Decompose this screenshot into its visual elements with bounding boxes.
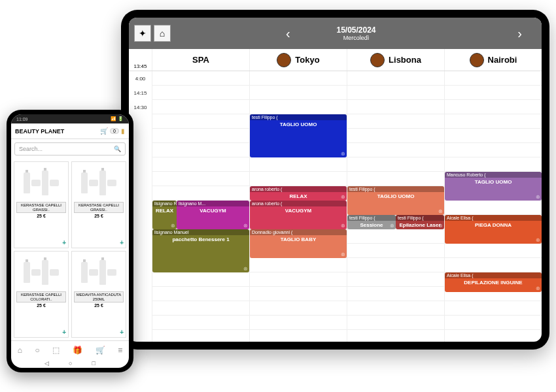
appointment[interactable]: lisignano Manuelpacchetto Benessere 1⊗ bbox=[152, 229, 249, 272]
close-icon[interactable]: ⊗ bbox=[536, 237, 540, 243]
nav-menu-icon[interactable]: ≡ bbox=[118, 346, 122, 355]
time-header: 13:45 bbox=[129, 49, 152, 71]
staff-col-lisbona[interactable]: Lisbona bbox=[347, 49, 444, 71]
appointment-title: VACUGYM bbox=[177, 206, 249, 215]
sys-home[interactable]: ○ bbox=[69, 360, 72, 367]
appointment[interactable]: lisignano M...VACUGYM⊗ bbox=[177, 201, 249, 229]
close-icon[interactable]: ⊗ bbox=[341, 194, 345, 200]
search-icon: 🔍 bbox=[114, 146, 121, 152]
product-card[interactable]: KERASTASE CAPELLI GRASSI..25 €+ bbox=[14, 161, 69, 248]
appointment[interactable]: testi Filippo (Epilazione Laser⊗ bbox=[396, 215, 444, 229]
nav-home-icon[interactable]: ⌂ bbox=[18, 346, 22, 355]
staff-col-nairobi[interactable]: Nairobi bbox=[444, 49, 542, 71]
close-icon[interactable]: ⊗ bbox=[438, 208, 443, 214]
close-icon[interactable]: ⊗ bbox=[341, 252, 345, 257]
phone-status-bar: 11:09 📶 🔋 bbox=[11, 114, 129, 123]
close-icon[interactable]: ⊗ bbox=[341, 151, 345, 157]
staff-col-spa[interactable]: SPA bbox=[152, 49, 249, 71]
appointment-client: testi Filippo ( bbox=[347, 215, 396, 221]
appointment-title: Epilazione Laser bbox=[396, 221, 444, 229]
grid-column[interactable]: testi Filippo (TAGLIO UOMO⊗testi Filippo… bbox=[347, 71, 444, 342]
appointment[interactable]: arona roberto (VACUGYM⊗ bbox=[250, 201, 347, 229]
cart-count: 0 bbox=[110, 128, 119, 134]
calendar-staff-header: 13:45 SPA Tokyo Lisbona Nairobi bbox=[129, 49, 542, 71]
app-icon-2[interactable]: ⌂ bbox=[154, 25, 171, 42]
appointment[interactable]: Donnadio giovanni (TAGLIO BABY⊗ bbox=[250, 229, 347, 258]
nav-shop-icon[interactable]: ⬚ bbox=[52, 346, 60, 355]
close-icon[interactable]: ⊗ bbox=[536, 194, 540, 200]
close-icon[interactable]: ⊗ bbox=[390, 223, 394, 229]
product-card[interactable]: KERASTASE CAPELLI COLORATI..25 €+ bbox=[14, 251, 69, 338]
date-display[interactable]: 15/05/2024 Mercoledì bbox=[171, 25, 542, 41]
grid-column[interactable]: lisignano R...RELAX⊗lisignano M...VACUGY… bbox=[152, 71, 249, 342]
appointment-client: lisignano Manuel bbox=[152, 229, 249, 235]
current-date: 15/05/2024 bbox=[336, 25, 375, 35]
add-to-cart-icon[interactable]: + bbox=[120, 329, 124, 336]
app-icon-1[interactable]: ✦ bbox=[134, 25, 151, 42]
grid-column[interactable]: testi Filippo (TAGLIO UOMO⊗arona roberto… bbox=[249, 71, 347, 342]
phone-app-header: BEAUTY PLANET 🛒 0 ▮ bbox=[11, 123, 129, 139]
time-label: 14:30 bbox=[129, 100, 152, 114]
phone-system-nav: ◁ ○ □ bbox=[11, 359, 129, 368]
appointment[interactable]: Aicale Elisa (DEPILAZIONE INGUINE⊗ bbox=[445, 272, 542, 292]
nav-gift-icon[interactable]: 🎁 bbox=[73, 346, 82, 355]
avatar-icon bbox=[370, 53, 385, 67]
avatar-icon bbox=[470, 53, 484, 67]
close-icon[interactable]: ⊗ bbox=[536, 286, 540, 291]
appointment-title: pacchetto Benessere 1 bbox=[152, 235, 249, 244]
add-to-cart-icon[interactable]: + bbox=[62, 329, 66, 336]
appointment-client: arona roberto ( bbox=[250, 186, 347, 192]
sys-back[interactable]: ◁ bbox=[44, 360, 49, 367]
appointment-client: Donnadio giovanni ( bbox=[250, 229, 347, 235]
appointment-title: DEPILAZIONE INGUINE bbox=[445, 278, 542, 287]
close-icon[interactable]: ⊗ bbox=[341, 223, 345, 229]
add-to-cart-icon[interactable]: + bbox=[120, 239, 124, 246]
appointment[interactable]: arona roberto (RELAX⊗ bbox=[250, 186, 347, 201]
product-image bbox=[74, 164, 124, 202]
appointment[interactable]: testi Filippo (TAGLIO UOMO⊗ bbox=[347, 186, 444, 215]
appointment-client: Mancuso Roberto ( bbox=[445, 172, 542, 178]
clipboard-icon: ▮ bbox=[121, 127, 125, 135]
product-price: 25 € bbox=[94, 214, 103, 218]
sys-recent[interactable]: □ bbox=[92, 360, 96, 367]
product-card[interactable]: KERASTASE CAPELLI GRASSI..25 €+ bbox=[71, 161, 126, 248]
appointment[interactable]: testi Filippo (Sessione rieducazione⊗ bbox=[347, 215, 396, 229]
staff-col-tokyo[interactable]: Tokyo bbox=[249, 49, 347, 71]
nav-cart-icon[interactable]: 🛒 bbox=[96, 346, 105, 355]
product-grid: KERASTASE CAPELLI GRASSI..25 €+KERASTASE… bbox=[11, 159, 129, 340]
appointment-client: lisignano R... bbox=[152, 201, 177, 206]
next-day-button[interactable]: › bbox=[504, 26, 535, 41]
close-icon[interactable]: ⊗ bbox=[243, 266, 248, 272]
add-to-cart-icon[interactable]: + bbox=[62, 239, 66, 246]
close-icon[interactable]: ⊗ bbox=[171, 223, 175, 229]
search-input[interactable]: Search... 🔍 bbox=[14, 142, 126, 155]
product-price: 25 € bbox=[37, 214, 46, 218]
calendar-grid[interactable]: lisignano R...RELAX⊗lisignano M...VACUGY… bbox=[152, 71, 542, 342]
product-price: 25 € bbox=[37, 303, 46, 308]
tablet-screen: ✦ ⌂ ‹ 15/05/2024 Mercoledì › 13:45 SPA T… bbox=[129, 18, 542, 342]
appointment-title: TAGLIO UOMO bbox=[347, 192, 444, 201]
appointment[interactable]: Aicale Elisa (PIEGA DONNA⊗ bbox=[445, 215, 542, 244]
product-name: KERASTASE CAPELLI COLORATI.. bbox=[16, 291, 66, 302]
current-weekday: Mercoledì bbox=[343, 35, 370, 41]
cart-icon: 🛒 bbox=[100, 127, 108, 135]
product-price: 25 € bbox=[94, 303, 103, 308]
appointment-client: arona roberto ( bbox=[250, 201, 347, 206]
product-card[interactable]: MEDAVITA ANTICADUTA 250ML25 €+ bbox=[71, 251, 126, 338]
grid-column[interactable]: Mancuso Roberto (TAGLIO UOMO⊗Aicale Elis… bbox=[444, 71, 542, 342]
close-icon[interactable]: ⊗ bbox=[438, 223, 443, 229]
appointment-client: testi Filippo ( bbox=[347, 186, 444, 192]
close-icon[interactable]: ⊗ bbox=[243, 223, 248, 229]
avatar-icon bbox=[277, 53, 291, 67]
appointment-title: RELAX bbox=[152, 206, 177, 215]
appointment[interactable]: Mancuso Roberto (TAGLIO UOMO⊗ bbox=[445, 172, 542, 201]
time-label: 4:00 bbox=[129, 71, 152, 86]
calendar-header: ✦ ⌂ ‹ 15/05/2024 Mercoledì › bbox=[129, 18, 542, 49]
appointment[interactable]: lisignano R...RELAX⊗ bbox=[152, 201, 177, 229]
prev-day-button[interactable]: ‹ bbox=[273, 26, 304, 41]
nav-search-icon[interactable]: ○ bbox=[35, 346, 40, 355]
calendar-body: 4:0014:1514:30 lisignano R...RELAX⊗lisig… bbox=[129, 71, 542, 342]
tablet-device: ✦ ⌂ ‹ 15/05/2024 Mercoledì › 13:45 SPA T… bbox=[121, 10, 549, 350]
cart-area[interactable]: 🛒 0 ▮ bbox=[100, 127, 125, 135]
appointment[interactable]: testi Filippo (TAGLIO UOMO⊗ bbox=[250, 114, 347, 157]
